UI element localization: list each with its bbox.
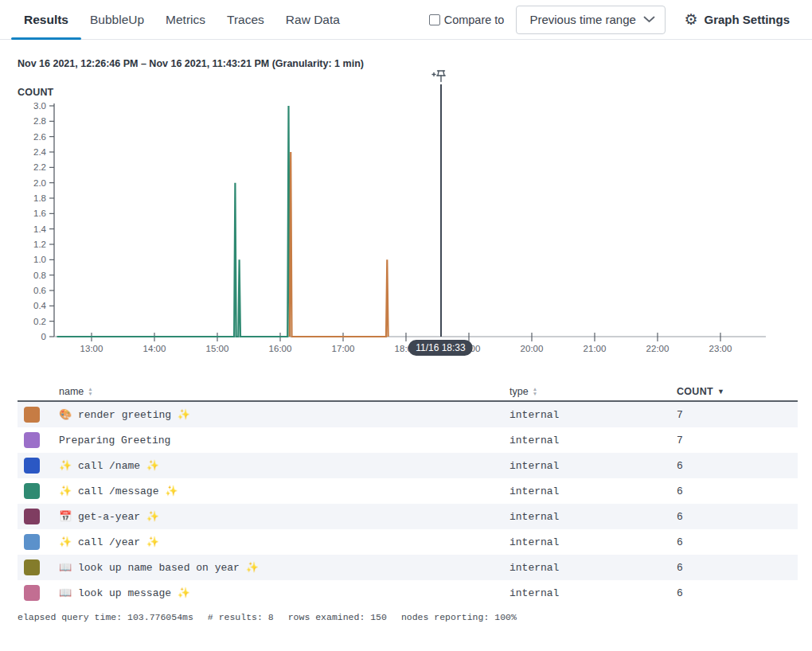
- table-row[interactable]: 🎨 render greeting ✨internal7: [18, 402, 798, 427]
- y-tick-label: 1.0: [33, 255, 46, 264]
- row-count: 6: [677, 511, 798, 523]
- x-tick-label: 15:00: [206, 344, 229, 353]
- y-tick-label: 2.4: [33, 147, 47, 157]
- row-count: 7: [677, 435, 798, 446]
- series-color-swatch[interactable]: [24, 483, 40, 499]
- row-type: internal: [509, 485, 677, 497]
- table-row[interactable]: 📅 get-a-year ✨internal6: [18, 504, 798, 529]
- table-row[interactable]: Preparing Greetinginternal7: [18, 427, 798, 453]
- x-tick-label: 23:00: [709, 344, 732, 353]
- results-table: name ▲ ▼ type ▲ ▼ COUNT ▼ 🎨 render greet…: [18, 382, 798, 606]
- row-name: ✨ call /message ✨: [59, 485, 509, 497]
- y-tick-label: 3.0: [33, 101, 46, 111]
- query-stat: # results: 8: [208, 612, 274, 622]
- column-header-type-label: type: [509, 386, 529, 397]
- row-name: 📅 get-a-year ✨: [59, 510, 509, 523]
- row-name: 📖 look up message ✨: [59, 587, 509, 599]
- crosshair-time-badge: 11/16 18:33: [408, 340, 473, 356]
- row-name: Preparing Greeting: [59, 435, 509, 446]
- row-name: ✨ call /name ✨: [59, 459, 509, 472]
- y-tick-label: 0: [41, 332, 46, 341]
- pin-icon[interactable]: [431, 70, 447, 83]
- series-color-swatch[interactable]: [24, 559, 40, 575]
- sorted-desc-icon: ▼: [717, 388, 724, 396]
- table-row[interactable]: ✨ call /message ✨internal6: [18, 478, 798, 504]
- x-tick-label: 21:00: [584, 344, 607, 353]
- series-color-swatch[interactable]: [24, 534, 40, 550]
- row-count: 6: [677, 460, 798, 472]
- crosshair-line: [440, 84, 442, 337]
- query-stat: rows examined: 150: [288, 612, 387, 622]
- x-tick-label: 14:00: [143, 344, 166, 353]
- row-type: internal: [509, 409, 677, 421]
- sort-icon[interactable]: ▲ ▼: [533, 387, 537, 396]
- query-stat: nodes reporting: 100%: [401, 612, 517, 622]
- y-tick-label: 1.4: [33, 224, 47, 234]
- y-tick-label: 2.0: [33, 178, 46, 188]
- sort-desc-icon: ▼: [88, 392, 92, 396]
- table-row[interactable]: 📖 look up name based on year ✨internal6: [18, 555, 798, 580]
- query-results-page: ResultsBubbleUpMetricsTracesRaw Data Com…: [0, 0, 812, 651]
- row-count: 6: [677, 536, 798, 548]
- query-stat: elapsed query time: 103.776054ms: [18, 612, 193, 622]
- x-tick-label: 22:00: [646, 344, 670, 353]
- y-tick-label: 1.2: [33, 240, 46, 249]
- row-type: internal: [509, 562, 677, 574]
- column-header-name-label: name: [59, 386, 84, 397]
- x-tick-label: 20:00: [521, 344, 544, 353]
- row-name: 📖 look up name based on year ✨: [59, 561, 509, 574]
- table-row[interactable]: ✨ call /year ✨internal6: [18, 529, 798, 555]
- x-tick-label: 16:00: [269, 344, 292, 353]
- series-color-swatch[interactable]: [24, 509, 40, 524]
- x-tick-label: 17:00: [332, 344, 355, 353]
- y-tick-label: 0.8: [33, 271, 46, 280]
- row-count: 6: [677, 485, 798, 497]
- row-name: 🎨 render greeting ✨: [59, 408, 509, 421]
- row-count: 6: [677, 562, 798, 574]
- y-tick-label: 0.2: [33, 317, 46, 326]
- column-header-count[interactable]: COUNT ▼: [677, 386, 798, 397]
- row-type: internal: [509, 460, 677, 472]
- series-color-swatch[interactable]: [24, 585, 40, 601]
- y-tick-label: 1.8: [33, 193, 46, 203]
- row-count: 6: [677, 587, 798, 599]
- y-tick-label: 2.8: [33, 116, 46, 126]
- table-row[interactable]: 📖 look up message ✨internal6: [18, 580, 798, 606]
- row-name: ✨ call /year ✨: [59, 536, 509, 548]
- series-color-swatch[interactable]: [24, 458, 40, 474]
- row-type: internal: [509, 587, 677, 599]
- row-type: internal: [509, 435, 677, 446]
- row-type: internal: [509, 511, 677, 523]
- sort-icon[interactable]: ▲ ▼: [88, 387, 92, 396]
- y-tick-label: 0.6: [33, 286, 46, 295]
- table-header-row: name ▲ ▼ type ▲ ▼ COUNT ▼: [18, 382, 798, 402]
- table-body: 🎨 render greeting ✨internal7Preparing Gr…: [18, 402, 798, 606]
- column-header-count-label: COUNT: [677, 386, 713, 397]
- series-color-swatch[interactable]: [24, 432, 40, 448]
- table-row[interactable]: ✨ call /name ✨internal6: [18, 453, 798, 478]
- y-tick-label: 0.4: [33, 301, 47, 310]
- y-tick-label: 2.6: [33, 132, 46, 142]
- chart-plot[interactable]: 00.20.40.60.81.01.21.41.61.82.02.22.42.6…: [0, 0, 812, 366]
- query-stats: elapsed query time: 103.776054ms# result…: [18, 612, 517, 622]
- series-line: [290, 152, 388, 337]
- y-tick-label: 2.2: [33, 162, 46, 172]
- sort-desc-icon: ▼: [533, 392, 537, 396]
- series-color-swatch[interactable]: [24, 407, 40, 423]
- x-tick-label: 13:00: [80, 344, 103, 353]
- y-tick-label: 1.6: [33, 209, 46, 218]
- row-type: internal: [509, 536, 677, 548]
- row-count: 7: [677, 409, 798, 421]
- column-header-type[interactable]: type ▲ ▼: [509, 386, 677, 397]
- column-header-name[interactable]: name ▲ ▼: [59, 386, 509, 397]
- series-line: [57, 106, 290, 337]
